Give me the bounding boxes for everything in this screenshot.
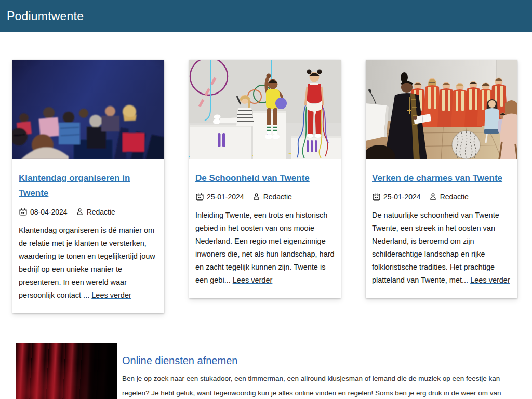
article-title: Klantendag organiseren in Twente bbox=[19, 170, 158, 201]
person-icon bbox=[429, 192, 437, 201]
article-card: Klantendag organiseren in Twente 08-04-2… bbox=[12, 60, 164, 313]
article-title-link[interactable]: Klantendag organiseren in Twente bbox=[19, 173, 130, 198]
article-author: Redactie bbox=[263, 193, 292, 201]
read-more-link[interactable]: Lees verder bbox=[91, 291, 131, 299]
children-podium-illustration bbox=[189, 60, 341, 159]
read-more-link[interactable]: Lees verder bbox=[470, 276, 510, 284]
article-excerpt-text: De natuurlijke schoonheid van Twente Twe… bbox=[372, 211, 499, 284]
red-curtain-image bbox=[16, 343, 117, 399]
article-author: Redactie bbox=[440, 193, 469, 201]
article-date: 25-01-2024 bbox=[383, 193, 421, 201]
article-card: De Schoonheid van Twente 25-01-2024 Reda… bbox=[189, 60, 341, 298]
article-card-body: Verken de charmes van Twente 25-01-2024 … bbox=[366, 159, 517, 298]
article-author: Redactie bbox=[87, 208, 115, 216]
promo-heading: Online diensten afnemen bbox=[122, 355, 515, 367]
article-meta: 08-04-2024 Redactie bbox=[19, 207, 158, 216]
article-date: 08-04-2024 bbox=[30, 208, 68, 216]
article-excerpt: Klantendag organiseren is dé manier om d… bbox=[19, 224, 158, 302]
article-card: Verken de charmes van Twente 25-01-2024 … bbox=[366, 60, 517, 298]
promo-section: Online diensten afnemen Ben je op zoek n… bbox=[16, 343, 515, 399]
article-card-body: Klantendag organiseren in Twente 08-04-2… bbox=[12, 159, 164, 313]
calendar-icon bbox=[195, 192, 204, 201]
article-excerpt: De natuurlijke schoonheid van Twente Twe… bbox=[372, 209, 511, 287]
article-title: Verken de charmes van Twente bbox=[372, 170, 511, 185]
calendar-icon bbox=[19, 207, 28, 216]
article-thumbnail-theater-audience[interactable] bbox=[12, 60, 164, 159]
choir-illustration bbox=[366, 60, 517, 159]
article-excerpt-text: Klantendag organiseren is dé manier om d… bbox=[19, 226, 155, 299]
site-title[interactable]: Podiumtwente bbox=[7, 9, 84, 23]
article-card-body: De Schoonheid van Twente 25-01-2024 Reda… bbox=[189, 159, 341, 298]
calendar-icon bbox=[372, 192, 381, 201]
article-meta: 25-01-2024 Redactie bbox=[372, 192, 511, 201]
article-thumbnail-children-podium[interactable] bbox=[189, 60, 341, 159]
article-card-list: Klantendag organiseren in Twente 08-04-2… bbox=[12, 60, 517, 313]
article-thumbnail-choir[interactable] bbox=[366, 60, 517, 159]
person-icon bbox=[252, 192, 261, 201]
theater-audience-illustration bbox=[12, 60, 164, 159]
article-meta: 25-01-2024 Redactie bbox=[195, 192, 335, 201]
article-title-link[interactable]: De Schoonheid van Twente bbox=[195, 173, 310, 183]
person-icon bbox=[75, 207, 84, 216]
app-header: Podiumtwente bbox=[0, 0, 532, 32]
article-title: De Schoonheid van Twente bbox=[195, 170, 335, 185]
promo-body-text: Ben je op zoek naar een stukadoor, een t… bbox=[122, 371, 515, 399]
promo-text-block: Online diensten afnemen Ben je op zoek n… bbox=[117, 343, 515, 399]
article-date: 25-01-2024 bbox=[207, 193, 244, 201]
article-excerpt-text: Inleiding Twente, een trots en historisc… bbox=[195, 211, 335, 284]
read-more-link[interactable]: Lees verder bbox=[233, 276, 273, 284]
article-excerpt: Inleiding Twente, een trots en historisc… bbox=[195, 209, 335, 287]
article-title-link[interactable]: Verken de charmes van Twente bbox=[372, 173, 502, 183]
